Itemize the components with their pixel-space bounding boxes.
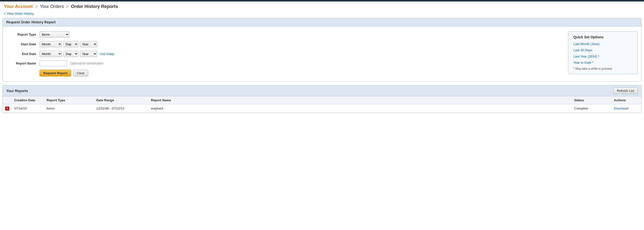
your-reports-section-box: Your Reports Refresh List Creation Date … xyxy=(2,85,642,113)
table-row: X 07/14/15 Items 12/31/98 - 07/15/15 way… xyxy=(3,104,641,113)
end-date-row: End Date Month January February March Ap… xyxy=(6,51,561,57)
view-order-history-link[interactable]: < View Order History xyxy=(4,12,34,16)
clear-button[interactable]: Clear xyxy=(73,70,88,76)
start-date-controls: Month January February March April May J… xyxy=(40,41,97,47)
start-date-row: Start Date Month January February March … xyxy=(6,41,561,47)
request-section-header: Request Order History Report xyxy=(3,18,641,26)
quick-set-box: Quick Set Options Last Month (June) Last… xyxy=(568,31,638,74)
quick-set-note: * May take a while to process xyxy=(574,67,632,70)
breadcrumb-sep2: > xyxy=(66,4,70,9)
col-header-report-name: Report Name xyxy=(148,96,572,104)
end-day-select[interactable]: Day xyxy=(64,51,78,57)
breadcrumb-current: Order History Reports xyxy=(71,4,118,9)
reports-table-container: Creation Date Report Type Date Range Rep… xyxy=(3,96,641,113)
quick-set-link-last-month[interactable]: Last Month (June) xyxy=(574,42,632,46)
report-name-label: Report Name xyxy=(6,62,36,65)
end-date-label: End Date xyxy=(6,52,36,56)
col-header-creation-date: Creation Date xyxy=(12,96,44,104)
quick-set-link-last-30[interactable]: Last 30 Days xyxy=(574,48,632,52)
col-header-status: Status xyxy=(572,96,612,104)
col-header-report-type: Report Type xyxy=(44,96,94,104)
report-name-row: Report Name Optional-for Identification xyxy=(6,61,561,66)
report-type-controls: Items Orders Refunds xyxy=(40,31,69,38)
col-header-date-range: Date Range xyxy=(94,96,148,104)
reports-table: Creation Date Report Type Date Range Rep… xyxy=(3,96,641,113)
breadcrumb: Your Account > Your Orders > Order Histo… xyxy=(0,2,644,11)
col-header-checkbox xyxy=(3,96,12,104)
report-type-label: Report Type xyxy=(6,33,36,36)
quick-set-link-year-to-date[interactable]: Year to Date * xyxy=(574,61,632,65)
reports-table-body: X 07/14/15 Items 12/31/98 - 07/15/15 way… xyxy=(3,104,641,113)
form-button-row: Request Report Clear xyxy=(40,70,561,76)
reports-header-row: Your Reports Refresh List xyxy=(3,85,641,96)
start-date-label: Start Date xyxy=(6,42,36,46)
request-section-body: Report Type Items Orders Refunds Start D… xyxy=(3,26,641,81)
row-status: Complete xyxy=(572,104,612,113)
your-reports-title: Your Reports xyxy=(6,89,28,93)
row-report-name: wayback xyxy=(148,104,572,113)
view-order-history-link-row: < View Order History xyxy=(0,11,644,18)
optional-text: Optional-for Identification xyxy=(70,62,104,65)
row-actions: Download xyxy=(612,104,641,113)
row-report-type: Items xyxy=(44,104,94,113)
use-today-link[interactable]: Use today xyxy=(100,52,114,56)
breadcrumb-your-orders[interactable]: Your Orders xyxy=(40,4,64,9)
end-date-controls: Month January February March April May J… xyxy=(40,51,114,57)
report-type-select[interactable]: Items Orders Refunds xyxy=(40,31,69,38)
start-day-select[interactable]: Day xyxy=(64,41,78,47)
col-header-actions: Actions xyxy=(612,96,641,104)
start-year-select[interactable]: Year xyxy=(80,41,97,47)
end-month-select[interactable]: Month January February March April May J… xyxy=(40,51,62,57)
quick-set-link-last-year[interactable]: Last Year (2014) * xyxy=(574,55,632,58)
refresh-list-button[interactable]: Refresh List xyxy=(613,87,638,94)
start-month-select[interactable]: Month January February March April May J… xyxy=(40,41,62,47)
end-year-select[interactable]: Year xyxy=(80,51,97,57)
report-type-row: Report Type Items Orders Refunds xyxy=(6,31,561,38)
report-name-input[interactable] xyxy=(40,61,67,66)
report-name-controls: Optional-for Identification xyxy=(40,61,104,66)
download-link[interactable]: Download xyxy=(614,107,628,110)
row-delete-cell: X xyxy=(3,104,12,113)
row-date-range: 12/31/98 - 07/15/15 xyxy=(94,104,148,113)
delete-icon[interactable]: X xyxy=(5,107,9,111)
reports-table-header-row: Creation Date Report Type Date Range Rep… xyxy=(3,96,641,104)
breadcrumb-sep1: > xyxy=(35,4,39,9)
form-area: Report Type Items Orders Refunds Start D… xyxy=(6,31,638,76)
request-report-button[interactable]: Request Report xyxy=(40,70,71,76)
request-section-box: Request Order History Report Report Type… xyxy=(2,18,642,82)
breadcrumb-your-account[interactable]: Your Account xyxy=(4,4,33,9)
row-creation-date: 07/14/15 xyxy=(12,104,44,113)
form-left: Report Type Items Orders Refunds Start D… xyxy=(6,31,561,76)
quick-set-title: Quick Set Options xyxy=(574,35,632,39)
